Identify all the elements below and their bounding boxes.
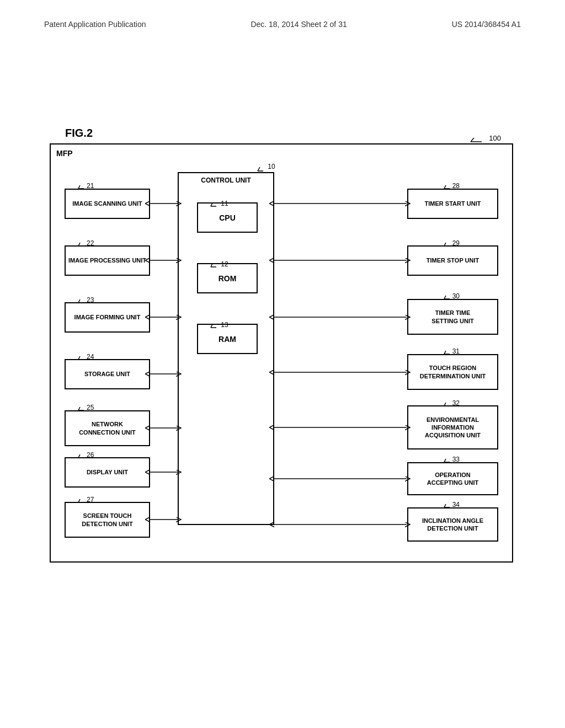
ref-27: 27: [70, 496, 94, 504]
ref-25: 25: [70, 404, 94, 412]
timer-start-unit-box: TIMER START UNIT: [407, 189, 498, 219]
touch-region-determination-unit-box: TOUCH REGIONDETERMINATION UNIT: [407, 354, 498, 390]
svg-line-5: [211, 203, 212, 206]
display-unit-box: DISPLAY UNIT: [65, 457, 150, 488]
svg-line-17: [78, 356, 80, 360]
header-date-sheet: Dec. 18, 2014 Sheet 2 of 31: [250, 20, 347, 29]
ref-11: 11: [202, 200, 228, 208]
ref-24: 24: [70, 353, 94, 361]
operation-accepting-unit-box: OPERATIONACCEPTING UNIT: [407, 462, 498, 495]
ref-26: 26: [70, 451, 94, 459]
svg-line-31: [444, 351, 446, 354]
image-processing-unit-box: IMAGE PROCESSING UNIT: [65, 245, 150, 276]
page: Patent Application Publication Dec. 18, …: [0, 0, 565, 728]
svg-line-19: [78, 407, 80, 410]
timer-stop-unit-box: TIMER STOP UNIT: [407, 245, 498, 276]
svg-line-23: [78, 499, 80, 502]
ref-21: 21: [70, 182, 94, 190]
ref-100: 100: [460, 133, 501, 144]
svg-line-1: [471, 138, 474, 142]
timer-time-setting-unit-box: TIMER TIMESETTING UNIT: [407, 299, 498, 335]
svg-line-3: [258, 167, 260, 171]
fig-label: FIG.2: [65, 127, 93, 140]
ref-32: 32: [436, 399, 460, 408]
svg-line-9: [211, 324, 212, 328]
ref-30: 30: [436, 292, 460, 301]
ref-33: 33: [436, 456, 460, 464]
ref-31: 31: [436, 347, 460, 356]
ref-28: 28: [436, 182, 460, 190]
svg-line-29: [444, 296, 446, 299]
header-patent-num: US 2014/368454 A1: [452, 20, 521, 29]
ref-23: 23: [70, 296, 94, 304]
ref-29: 29: [436, 239, 460, 248]
svg-line-25: [444, 185, 446, 189]
ref-10: 10: [244, 161, 275, 173]
page-header: Patent Application Publication Dec. 18, …: [0, 20, 565, 29]
svg-line-37: [444, 504, 446, 507]
diagram-container: MFP 100 CONTROL UNIT 10 CPU: [50, 143, 513, 563]
svg-line-7: [211, 264, 212, 267]
svg-line-21: [78, 454, 80, 458]
environmental-information-acquisition-unit-box: ENVIRONMENTALINFORMATIONACQUISITION UNIT: [407, 405, 498, 449]
screen-touch-detection-unit-box: SCREEN TOUCHDETECTION UNIT: [65, 502, 150, 538]
ref-22: 22: [70, 239, 94, 248]
svg-line-33: [444, 403, 446, 406]
svg-line-15: [78, 299, 80, 303]
network-connection-unit-box: NETWORKCONNECTION UNIT: [65, 410, 150, 446]
image-forming-unit-box: IMAGE FORMING UNIT: [65, 302, 150, 333]
header-publication: Patent Application Publication: [44, 20, 146, 29]
svg-line-35: [444, 459, 446, 462]
ref-13: 13: [202, 321, 228, 329]
svg-line-11: [78, 185, 80, 189]
svg-line-13: [78, 243, 80, 246]
inclination-angle-detection-unit-box: INCLINATION ANGLEDETECTION UNIT: [407, 507, 498, 542]
ref-12: 12: [202, 260, 228, 269]
svg-line-27: [444, 243, 446, 246]
mfp-label: MFP: [56, 149, 73, 158]
ref-34: 34: [436, 501, 460, 509]
image-scanning-unit-box: IMAGE SCANNING UNIT: [65, 189, 150, 219]
control-unit-label: CONTROL UNIT: [179, 176, 273, 184]
storage-unit-box: STORAGE UNIT: [65, 359, 150, 389]
